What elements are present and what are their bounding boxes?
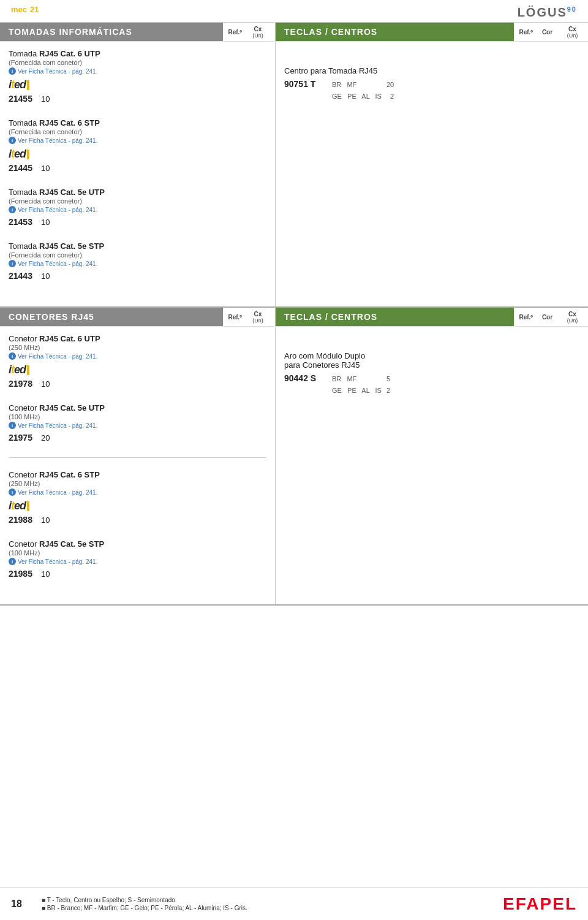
footer-note-2: ■ BR - Branco; MF - Marfim; GE - Gelo; P… [42,905,491,911]
ref-con3: 21988 [9,515,32,525]
info-icon-con2: i [9,422,16,429]
conetores-section-title: CONETORES RJ45 [0,308,223,326]
link-label-3: Ver Ficha Técnica - pág. 241. [18,207,97,213]
cx-con3: 10 [41,515,50,525]
ited-logo-2: ited [9,148,266,161]
page-footer: 18 ■ T - Teclo, Centro ou Espelho; S - S… [0,888,588,920]
logo-mec-num: 21 [30,5,39,14]
teclas-bottom-title: TECLAS / CENTROS [276,308,514,326]
ited-logo-con3: ited [9,500,266,512]
logo-logus-sup: 90 [567,6,577,13]
tomada-4: Tomada RJ45 Cat. 5e STP (Fornecida com c… [9,241,266,281]
col-header-ref-con: Ref.º [228,314,242,321]
ited-logo-1: ited [9,78,266,91]
teclas-bottom-panel: TECLAS / CENTROS Ref.º Cor Cx (Un) Aro c… [276,308,588,604]
ref-con1: 21978 [9,379,32,389]
col-header-cx-right: Cx (Un) [562,26,583,39]
cx-con4: 10 [41,569,50,579]
ref-con4: 21985 [9,569,32,579]
ref-con2: 21975 [9,433,32,443]
cx-4: 10 [41,272,50,281]
teclas-2-name: Aro com Módulo Duplopara Conetores RJ45 [284,351,579,370]
logo-logus-text: LÖGUS [518,6,567,19]
conetor-4: Conetor RJ45 Cat. 5e STP (100 MHz) i Ver… [9,539,266,579]
teclas-1-name: Centro para Tomada RJ45 [284,66,579,75]
conetores-body: Conetor RJ45 Cat. 6 UTP (250 MHz) i Ver … [0,327,275,592]
tomada-3: Tomada RJ45 Cat. 5e UTP (Fornecida com c… [9,188,266,227]
logo-mec-text: mec [11,5,27,14]
ited-logo-con1: ited [9,363,266,376]
cx-1: 10 [41,94,50,104]
col-header-cx-con: Cx (Un) [246,311,270,324]
conetor-3: Conetor RJ45 Cat. 6 STP (250 MHz) i Ver … [9,470,266,525]
conetor-2: Conetor RJ45 Cat. 5e UTP (100 MHz) i Ver… [9,403,266,443]
bottom-section: CONETORES RJ45 Ref.º Cx (Un) Conetor RJ4… [0,308,588,606]
link-label-2: Ver Ficha Técnica - pág. 241. [18,137,97,144]
logo-right: LÖGUS90 [518,6,577,20]
info-icon-con3: i [9,489,16,496]
logo-left: mec 21 [11,5,39,20]
teclas-1-colors: BR MF GE PE AL IS [332,79,382,102]
info-icon-3: i [9,206,16,213]
footer-notes: ■ T - Teclo, Centro ou Espelho; S - Semi… [29,897,503,911]
tomada-1: Tomada RJ45 Cat. 6 UTP (Fornecida com co… [9,49,266,104]
teclas-entry-2: Aro com Módulo Duplopara Conetores RJ45 … [284,351,579,396]
info-icon-1: i [9,67,16,75]
col-header-cor-right: Cor [537,29,558,36]
teclas-2-ref: 90442 S [284,373,327,383]
footer-note-1: ■ T - Teclo, Centro ou Espelho; S - Semi… [42,897,491,903]
ref-2: 21445 [9,163,32,173]
conetor-1: Conetor RJ45 Cat. 6 UTP (250 MHz) i Ver … [9,334,266,389]
info-icon-con4: i [9,558,16,565]
info-icon-4: i [9,260,16,267]
tomada-2: Tomada RJ45 Cat. 6 STP (Fornecida com co… [9,118,266,173]
teclas-top-panel: TECLAS / CENTROS Ref.º Cor Cx (Un) Centr… [276,23,588,306]
ref-1: 21455 [9,94,32,104]
tomadas-panel: TOMADAS INFORMÁTICAS Ref.º Cx (Un) Tomad… [0,23,276,306]
teclas-2-colors: BR MF GE PE AL IS [332,373,382,396]
footer-brand: EFAPEL [503,894,577,914]
link-label-4: Ver Ficha Técnica - pág. 241. [18,260,97,267]
teclas-entry-1: Centro para Tomada RJ45 90751 T BR MF GE… [284,66,579,102]
ref-3: 21453 [9,217,32,227]
teclas-top-title: TECLAS / CENTROS [276,23,514,41]
teclas-2-cx: 5 2 [386,373,390,396]
teclas-1-ref: 90751 T [284,79,327,89]
page-header: mec 21 LÖGUS90 [0,0,588,23]
info-icon-con1: i [9,352,16,360]
info-icon-2: i [9,137,16,144]
col-header-ref-left: Ref.º [228,29,242,36]
teclas-bottom-body: Aro com Módulo Duplopara Conetores RJ45 … [276,327,588,412]
ref-4: 21443 [9,271,32,281]
cx-con2: 20 [41,433,50,443]
conetores-panel: CONETORES RJ45 Ref.º Cx (Un) Conetor RJ4… [0,308,276,604]
teclas-top-body: Centro para Tomada RJ45 90751 T BR MF GE… [276,42,588,118]
col-header-ref-right: Ref.º [519,29,533,36]
top-section: TOMADAS INFORMÁTICAS Ref.º Cx (Un) Tomad… [0,23,588,308]
teclas-1-cx: 20 2 [386,79,394,102]
cx-3: 10 [41,218,50,227]
cx-2: 10 [41,164,50,173]
link-label-1: Ver Ficha Técnica - pág. 241. [18,68,97,75]
col-header-cx-left: Cx (Un) [246,26,270,39]
cx-con1: 10 [41,379,50,389]
tomadas-section-title: TOMADAS INFORMÁTICAS [0,23,223,41]
footer-page-number: 18 [11,899,29,910]
tomadas-body: Tomada RJ45 Cat. 6 UTP (Fornecida com co… [0,42,275,294]
